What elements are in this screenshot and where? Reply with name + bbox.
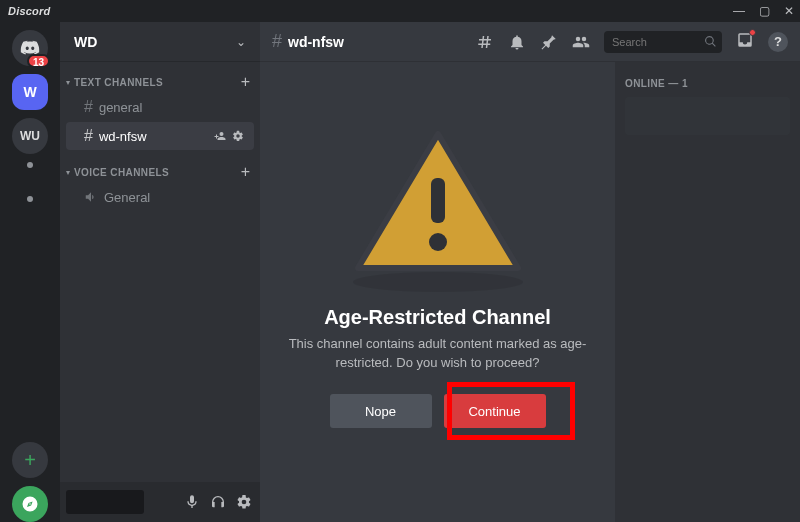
pin-icon[interactable] <box>540 33 558 51</box>
gate-description: This channel contains adult content mark… <box>280 335 595 373</box>
channel-wd-nfsw[interactable]: # wd-nfsw <box>66 122 254 150</box>
inbox-button[interactable] <box>736 31 754 53</box>
add-channel-button[interactable]: + <box>241 73 250 91</box>
compass-icon <box>21 495 39 513</box>
threads-icon[interactable] <box>476 33 494 51</box>
voice-channel-general[interactable]: General <box>66 183 254 211</box>
server-indicator-dot <box>27 196 33 202</box>
svg-point-2 <box>429 233 447 251</box>
server-indicator-dot <box>27 162 33 168</box>
svg-rect-1 <box>431 178 445 223</box>
hash-icon: # <box>272 31 282 52</box>
discover-servers-button[interactable] <box>12 486 48 522</box>
channel-list: ▾ TEXT CHANNELS + # general # wd-nfsw ▾ … <box>60 62 260 482</box>
hash-icon: # <box>84 98 93 116</box>
channel-label: general <box>99 100 142 115</box>
search-icon <box>704 35 717 48</box>
add-channel-button[interactable]: + <box>241 163 250 181</box>
headphones-icon[interactable] <box>210 494 226 510</box>
category-voice-channels[interactable]: ▾ VOICE CHANNELS + <box>60 162 260 182</box>
main-area: # wd-nfsw ? <box>260 22 800 522</box>
user-info-placeholder[interactable] <box>66 490 144 514</box>
nope-button[interactable]: Nope <box>330 394 432 428</box>
warning-triangle-icon <box>353 126 523 276</box>
notification-dot <box>749 29 756 36</box>
minimize-button[interactable]: — <box>733 4 745 18</box>
titlebar: Discord — ▢ ✕ <box>0 0 800 22</box>
add-server-button[interactable]: + <box>12 442 48 478</box>
user-panel <box>60 482 260 522</box>
server-wd[interactable]: W <box>12 74 48 110</box>
help-button[interactable]: ? <box>768 32 788 52</box>
server-name: WD <box>74 34 97 50</box>
mention-badge: 13 <box>27 54 50 68</box>
category-text-channels[interactable]: ▾ TEXT CHANNELS + <box>60 72 260 92</box>
hash-icon: # <box>84 127 93 145</box>
chevron-down-icon: ⌄ <box>236 35 246 49</box>
speaker-icon <box>84 190 98 204</box>
members-icon[interactable] <box>572 33 590 51</box>
close-button[interactable]: ✕ <box>784 4 794 18</box>
window-controls: — ▢ ✕ <box>733 4 794 18</box>
channel-sidebar: WD ⌄ ▾ TEXT CHANNELS + # general # wd-nf… <box>60 22 260 522</box>
channel-name: wd-nfsw <box>288 34 344 50</box>
home-button[interactable]: 13 <box>12 30 48 66</box>
channel-general[interactable]: # general <box>66 93 254 121</box>
server-list: 13 W WU + <box>0 22 60 522</box>
mic-icon[interactable] <box>184 494 200 510</box>
category-label: VOICE CHANNELS <box>74 167 169 178</box>
category-label: TEXT CHANNELS <box>74 77 163 88</box>
gate-buttons: Nope Continue <box>330 394 546 428</box>
members-online-header: ONLINE — 1 <box>625 78 790 89</box>
server-wu[interactable]: WU <box>12 118 48 154</box>
gear-icon[interactable] <box>232 130 244 142</box>
maximize-button[interactable]: ▢ <box>759 4 770 18</box>
bell-icon[interactable] <box>508 33 526 51</box>
warning-illustration <box>353 126 523 280</box>
channel-label: General <box>104 190 150 205</box>
member-list: ONLINE — 1 <box>615 62 800 522</box>
search-box[interactable] <box>604 31 722 53</box>
gate-title: Age-Restricted Channel <box>324 306 551 329</box>
channel-label: wd-nfsw <box>99 129 147 144</box>
chevron-down-icon: ▾ <box>66 168 70 177</box>
server-header[interactable]: WD ⌄ <box>60 22 260 62</box>
gear-icon[interactable] <box>236 494 252 510</box>
channel-header: # wd-nfsw ? <box>260 22 800 62</box>
member-row[interactable] <box>625 97 790 135</box>
app-brand: Discord <box>8 5 50 17</box>
chevron-down-icon: ▾ <box>66 78 70 87</box>
age-gate: Age-Restricted Channel This channel cont… <box>260 62 615 522</box>
continue-button[interactable]: Continue <box>444 394 546 428</box>
invite-icon[interactable] <box>214 130 226 142</box>
